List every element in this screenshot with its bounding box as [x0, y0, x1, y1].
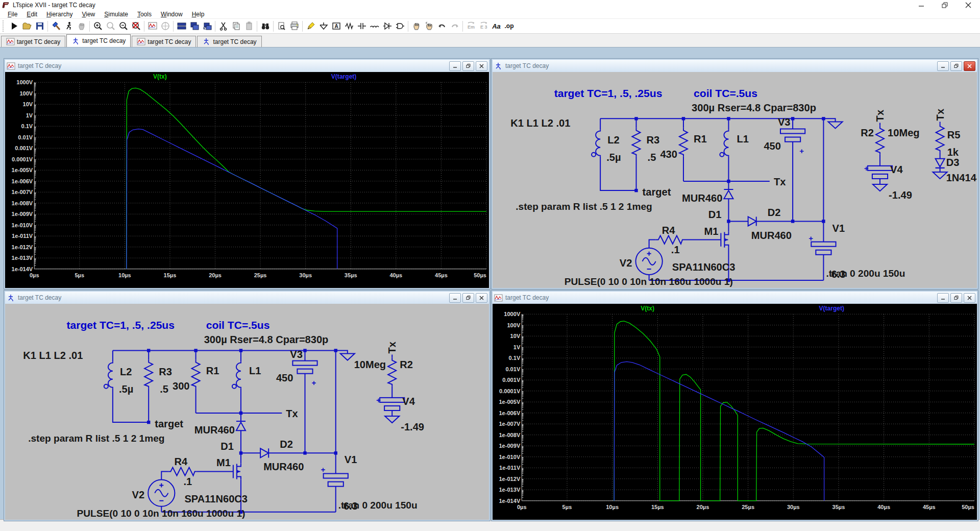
r5-value[interactable]: 1k [947, 147, 959, 158]
zoom-in-icon[interactable] [91, 20, 104, 32]
inductor-icon[interactable] [368, 20, 381, 32]
drag-icon[interactable] [423, 20, 435, 32]
r5-d3-branch[interactable]: Tx R5 1k D3 1N4148 [933, 108, 977, 183]
d3-name[interactable]: D3 [946, 157, 960, 168]
d3-model[interactable]: 1N4148 [946, 172, 977, 183]
menu-view[interactable]: View [77, 11, 100, 18]
child-close-button[interactable] [964, 61, 975, 71]
tab-schematic-2[interactable]: target TC decay [197, 36, 261, 47]
waveform-plot-canvas[interactable]: 1000V100V10V1V0.1V0.01V0.001V0.0001V1e-0… [493, 304, 977, 520]
net-label-icon[interactable]: A [330, 20, 342, 32]
edit-pencil-icon[interactable] [304, 20, 317, 32]
r1-value[interactable]: 300 [173, 380, 190, 392]
run-icon[interactable] [8, 20, 20, 32]
zoom-back-icon[interactable] [104, 20, 117, 32]
tab-schematic-1[interactable]: target TC decay [66, 34, 131, 47]
menu-edit[interactable]: Edit [22, 11, 42, 18]
svg-text:50µs: 50µs [962, 504, 974, 510]
r2-name[interactable]: R2 [400, 359, 413, 370]
net-label-tx-r5[interactable]: Tx [935, 108, 946, 120]
svg-text:15µs: 15µs [651, 504, 664, 510]
child-window-title: target TC decay [18, 62, 448, 69]
child-restore-button[interactable] [462, 293, 474, 303]
svg-text:100V: 100V [507, 322, 520, 328]
find-icon[interactable] [259, 20, 272, 32]
save-icon[interactable] [33, 20, 46, 32]
child-titlebar[interactable]: target TC decay [5, 60, 489, 72]
r2-value[interactable]: 10Meg [888, 127, 920, 138]
r1-value[interactable]: 430 [660, 149, 677, 160]
cut-icon[interactable] [217, 20, 230, 32]
menu-tools[interactable]: Tools [133, 11, 156, 18]
toolbar-gripper[interactable] [3, 20, 6, 32]
menu-hierarchy[interactable]: Hierarchy [42, 11, 77, 18]
print-preview-icon[interactable] [275, 20, 288, 32]
svg-text:1e-014V: 1e-014V [499, 498, 520, 504]
svg-text:35µs: 35µs [345, 272, 357, 278]
diode-D3[interactable] [936, 159, 945, 168]
app-minimize-button[interactable] [910, 0, 933, 10]
polar-plot-icon[interactable] [159, 20, 172, 32]
tab-waveform-2[interactable]: target TC decay [132, 36, 196, 47]
r2-name[interactable]: R2 [861, 127, 874, 138]
zoom-out-icon[interactable] [117, 20, 130, 32]
child-minimize-button[interactable] [449, 293, 461, 303]
waveform-plot-canvas[interactable]: 1000V100V10V1V0.1V0.01V0.001V0.0001V1e-0… [5, 72, 489, 288]
svg-text:1e-010V: 1e-010V [499, 454, 520, 460]
move-icon[interactable] [410, 20, 423, 32]
mirror-icon[interactable]: Em [464, 20, 477, 32]
cascade-icon[interactable] [188, 20, 201, 32]
resistor-R5[interactable] [936, 124, 944, 152]
menu-file[interactable]: File [3, 11, 22, 18]
child-titlebar[interactable]: target TC decay [5, 292, 489, 304]
waveform-icon[interactable] [146, 20, 159, 32]
svg-text:Em: Em [468, 25, 475, 30]
rotate-icon[interactable]: E 3 [477, 20, 490, 32]
child-titlebar[interactable]: target TC decay [493, 60, 977, 72]
open-icon[interactable] [20, 20, 33, 32]
waveform-window-2: target TC decay 1000V100V10V1V0.1V0.01V0… [492, 291, 978, 521]
zoom-full-extents-icon[interactable] [130, 20, 142, 32]
schematic-canvas-topright[interactable]: 430 R2 10Meg Tx R5 1k D3 1N4148 [493, 72, 977, 288]
app-close-button[interactable] [957, 0, 980, 10]
tile-horizontal-icon[interactable] [175, 20, 188, 32]
paste-icon[interactable] [242, 20, 255, 32]
svg-text:1e-011V: 1e-011V [12, 233, 33, 239]
menu-simulate[interactable]: Simulate [100, 11, 133, 18]
child-minimize-button[interactable] [937, 61, 949, 71]
undo-icon[interactable] [435, 20, 448, 32]
child-restore-button[interactable] [462, 61, 474, 71]
child-minimize-button[interactable] [449, 61, 461, 71]
copy-icon[interactable] [230, 20, 242, 32]
child-close-button[interactable] [964, 293, 975, 303]
app-titlebar: LTspice XVII - target TC decay [0, 0, 980, 10]
child-restore-button[interactable] [950, 61, 962, 71]
menu-help[interactable]: Help [187, 11, 209, 18]
logic-gate-icon[interactable] [394, 20, 406, 32]
child-titlebar[interactable]: target TC decay [493, 292, 977, 304]
child-restore-button[interactable] [950, 293, 962, 303]
spice-directive-icon[interactable]: .op [503, 20, 516, 32]
text-icon[interactable]: Aa [490, 20, 503, 32]
ground-icon[interactable] [317, 20, 330, 32]
print-icon[interactable] [288, 20, 301, 32]
menu-window[interactable]: Window [156, 11, 187, 18]
pan-icon[interactable] [75, 20, 88, 32]
app-restore-button[interactable] [933, 0, 957, 10]
tab-waveform-1[interactable]: target TC decay [1, 36, 65, 47]
svg-text:V(target): V(target) [331, 73, 357, 80]
control-panel-icon[interactable] [50, 20, 62, 32]
resistor-icon[interactable] [342, 20, 355, 32]
diode-icon[interactable] [381, 20, 394, 32]
child-close-button[interactable] [476, 61, 487, 71]
redo-icon[interactable] [448, 20, 461, 32]
child-minimize-button[interactable] [937, 293, 949, 303]
capacitor-icon[interactable] [355, 20, 368, 32]
tile-vertical-icon[interactable] [201, 20, 213, 32]
r2-value[interactable]: 10Meg [354, 359, 386, 370]
ground-symbol[interactable] [933, 172, 947, 179]
child-close-button[interactable] [476, 293, 487, 303]
halt-icon[interactable] [62, 20, 75, 32]
schematic-canvas-bottomleft[interactable]: 300 10Meg R2 [5, 304, 489, 520]
r5-name[interactable]: R5 [947, 129, 961, 140]
